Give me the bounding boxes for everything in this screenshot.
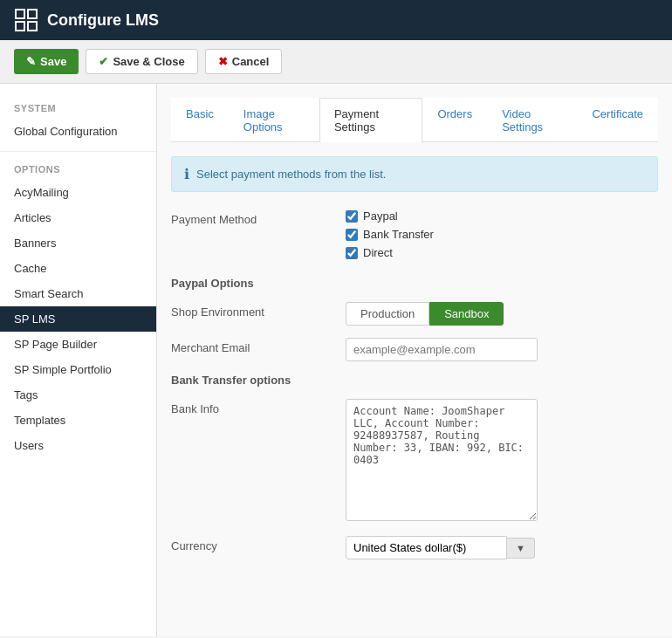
svg-rect-3 bbox=[28, 22, 37, 31]
shop-environment-row: Shop Environment Production Sandbox bbox=[171, 302, 658, 326]
page-title: Configure LMS bbox=[47, 11, 159, 30]
sidebar-item-global-config[interactable]: Global Configuration bbox=[0, 119, 156, 144]
tab-certificate[interactable]: Certificate bbox=[577, 98, 658, 142]
toolbar: ✎ Save ✔ Save & Close ✖ Cancel bbox=[0, 40, 672, 84]
sidebar-item-banners[interactable]: Banners bbox=[0, 230, 156, 256]
sidebar-item-smart-search[interactable]: Smart Search bbox=[0, 281, 156, 306]
tab-orders[interactable]: Orders bbox=[422, 98, 487, 142]
tab-basic[interactable]: Basic bbox=[171, 98, 229, 142]
save-icon: ✎ bbox=[26, 55, 36, 68]
payment-method-options: Paypal Bank Transfer Direct bbox=[346, 209, 658, 264]
tab-bar: Basic Image Options Payment Settings Ord… bbox=[171, 98, 658, 142]
paypal-checkbox[interactable] bbox=[346, 210, 358, 223]
options-section-title: OPTIONS bbox=[0, 159, 156, 180]
sidebar-item-sp-page-builder[interactable]: SP Page Builder bbox=[0, 332, 156, 357]
paypal-checkbox-item: Paypal bbox=[346, 209, 658, 223]
cancel-button[interactable]: ✖ Cancel bbox=[205, 49, 283, 74]
sidebar-item-cache[interactable]: Cache bbox=[0, 256, 156, 281]
save-button[interactable]: ✎ Save bbox=[14, 49, 79, 74]
merchant-email-row: Merchant Email bbox=[171, 338, 658, 361]
currency-select[interactable]: United States dollar($) bbox=[346, 536, 507, 559]
bank-info-row: Bank Info Account Name: JoomShaper LLC, … bbox=[171, 399, 658, 524]
app-icon bbox=[14, 8, 38, 32]
main-content: Basic Image Options Payment Settings Ord… bbox=[157, 84, 672, 636]
shop-environment-control: Production Sandbox bbox=[346, 302, 658, 326]
check-icon: ✔ bbox=[99, 55, 108, 68]
sidebar-item-users[interactable]: Users bbox=[0, 433, 156, 458]
sidebar: SYSTEM Global Configuration OPTIONS AcyM… bbox=[0, 84, 157, 636]
info-icon: ℹ bbox=[184, 166, 189, 182]
chevron-down-icon[interactable]: ▼ bbox=[507, 538, 535, 559]
tab-payment-settings[interactable]: Payment Settings bbox=[319, 98, 423, 142]
sandbox-button[interactable]: Sandbox bbox=[429, 302, 504, 326]
direct-checkbox-item: Direct bbox=[346, 246, 658, 259]
tab-video-settings[interactable]: Video Settings bbox=[487, 98, 577, 142]
svg-rect-1 bbox=[28, 10, 37, 18]
app-header: Configure LMS bbox=[0, 0, 672, 40]
x-icon: ✖ bbox=[218, 55, 228, 68]
merchant-email-label: Merchant Email bbox=[171, 338, 346, 354]
merchant-email-control bbox=[346, 338, 658, 361]
sidebar-item-tags[interactable]: Tags bbox=[0, 382, 156, 408]
bank-transfer-checkbox[interactable] bbox=[346, 229, 358, 241]
bank-info-label: Bank Info bbox=[171, 399, 346, 415]
sidebar-item-templates[interactable]: Templates bbox=[0, 408, 156, 433]
merchant-email-input[interactable] bbox=[346, 338, 538, 361]
save-close-button[interactable]: ✔ Save & Close bbox=[86, 49, 197, 74]
production-button[interactable]: Production bbox=[346, 302, 429, 326]
direct-checkbox[interactable] bbox=[346, 247, 358, 259]
sidebar-item-articles[interactable]: Articles bbox=[0, 205, 156, 230]
shop-environment-toggle: Production Sandbox bbox=[346, 302, 658, 326]
system-section-title: SYSTEM bbox=[0, 98, 156, 119]
currency-row: Currency United States dollar($) ▼ bbox=[171, 536, 658, 559]
bank-transfer-title: Bank Transfer options bbox=[171, 374, 658, 390]
svg-rect-2 bbox=[16, 22, 24, 31]
currency-control: United States dollar($) ▼ bbox=[346, 536, 658, 559]
info-box: ℹ Select payment methods from the list. bbox=[171, 156, 658, 192]
svg-rect-0 bbox=[16, 10, 24, 18]
main-layout: SYSTEM Global Configuration OPTIONS AcyM… bbox=[0, 84, 672, 636]
payment-method-label: Payment Method bbox=[171, 209, 346, 226]
sidebar-item-acymailing[interactable]: AcyMailing bbox=[0, 180, 156, 205]
shop-environment-label: Shop Environment bbox=[171, 302, 346, 319]
currency-select-wrapper: United States dollar($) ▼ bbox=[346, 536, 658, 559]
bank-transfer-checkbox-item: Bank Transfer bbox=[346, 228, 658, 241]
sidebar-item-sp-lms[interactable]: SP LMS bbox=[0, 306, 156, 332]
paypal-options-title: Paypal Options bbox=[171, 277, 658, 293]
payment-method-row: Payment Method Paypal Bank Transfer Dire… bbox=[171, 209, 658, 264]
sidebar-item-sp-simple-portfolio[interactable]: SP Simple Portfolio bbox=[0, 357, 156, 382]
tab-image-options[interactable]: Image Options bbox=[229, 98, 319, 142]
bank-info-textarea[interactable]: Account Name: JoomShaper LLC, Account Nu… bbox=[346, 399, 538, 521]
bank-info-control: Account Name: JoomShaper LLC, Account Nu… bbox=[346, 399, 658, 524]
currency-label: Currency bbox=[171, 536, 346, 552]
